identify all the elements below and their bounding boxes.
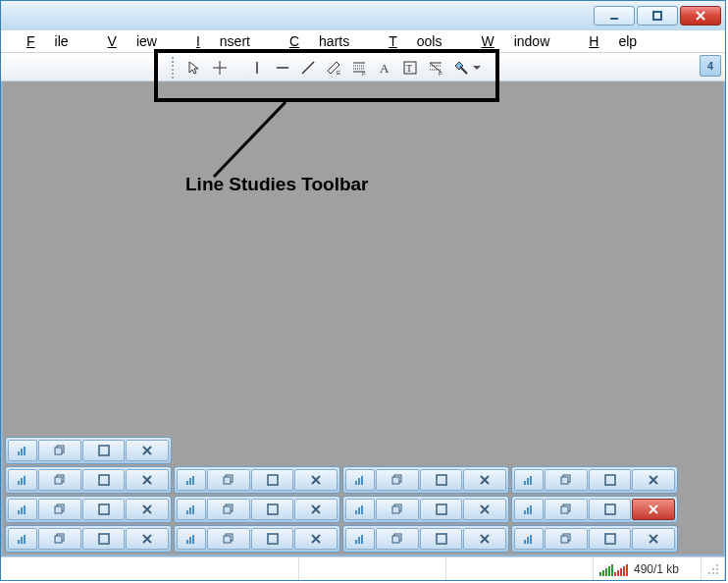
mini-close-button[interactable] [463,528,506,550]
chart-type-icon[interactable] [514,469,544,491]
mini-maximize-button[interactable] [589,499,632,520]
mini-maximize-button[interactable] [82,499,126,520]
mini-restore-button[interactable] [376,528,419,550]
maximize-button[interactable] [637,6,678,26]
svg-rect-28 [24,447,26,455]
menu-charts[interactable]: Charts [270,31,369,51]
mini-close-button[interactable] [126,499,169,520]
cursor-tool[interactable] [183,57,205,79]
delete-dropdown[interactable] [472,57,482,79]
mini-maximize-button[interactable] [251,528,294,550]
menu-file[interactable]: File [7,31,88,51]
chart-type-icon[interactable] [8,499,37,520]
text-label-tool[interactable]: T [399,57,421,79]
mini-close-button[interactable] [294,499,338,520]
menu-help[interactable]: Help [569,31,656,51]
svg-rect-50 [524,481,526,485]
minimized-chart-window[interactable] [174,525,340,553]
mini-close-button[interactable] [294,528,338,550]
svg-text:F: F [439,71,442,76]
mini-restore-button[interactable] [545,499,588,520]
mini-close-button[interactable] [294,469,338,491]
mini-close-button[interactable] [126,528,169,550]
mini-close-button[interactable] [632,528,675,550]
mini-restore-button[interactable] [207,499,250,520]
mini-close-button[interactable] [126,469,169,491]
minimized-chart-window[interactable] [342,466,509,494]
mini-maximize-button[interactable] [589,469,632,491]
mini-restore-button[interactable] [38,440,81,461]
minimized-chart-window[interactable] [5,525,172,553]
mini-restore-button[interactable] [38,469,81,491]
mini-maximize-button[interactable] [420,528,463,550]
mini-close-button[interactable] [632,469,675,491]
mini-maximize-button[interactable] [251,499,294,520]
mini-restore-button[interactable] [545,469,588,491]
equidistant-channel-tool[interactable]: E [323,57,344,79]
minimized-chart-window[interactable] [174,466,340,494]
mini-close-button[interactable] [632,499,675,520]
vertical-line-tool[interactable] [246,57,268,79]
mini-maximize-button[interactable] [420,499,463,520]
mdi-workspace[interactable] [1,81,725,556]
mini-restore-button[interactable] [38,499,81,520]
menu-insert[interactable]: Insert [177,31,270,51]
mini-restore-button[interactable] [207,528,250,550]
chart-type-icon[interactable] [8,469,37,491]
delete-objects-tool[interactable] [450,57,472,79]
notifications-badge[interactable]: 4 [700,55,721,77]
menu-tools[interactable]: Tools [369,31,461,51]
minimized-chart-window[interactable] [342,496,509,523]
text-tool[interactable]: A [374,57,395,79]
mini-restore-button[interactable] [376,499,419,520]
close-button[interactable] [680,6,721,26]
chart-icon [354,474,366,486]
mini-restore-button[interactable] [38,528,81,550]
chart-type-icon[interactable] [8,440,37,461]
chart-type-icon[interactable] [514,528,544,550]
chart-type-icon[interactable] [177,469,206,491]
mini-close-button[interactable] [126,440,169,461]
menu-view[interactable]: View [88,31,177,51]
fibonacci-tool[interactable]: F [348,57,370,79]
minimize-button[interactable] [594,6,635,26]
mini-close-button[interactable] [463,469,506,491]
crosshair-tool[interactable] [209,57,231,79]
minimized-chart-window[interactable] [511,496,678,523]
minimized-chart-window[interactable] [5,496,172,523]
mini-maximize-button[interactable] [82,469,126,491]
trendline-tool[interactable] [297,57,319,79]
minimized-chart-window[interactable] [5,437,172,464]
chart-type-icon[interactable] [177,499,206,520]
minimized-chart-window[interactable] [342,525,509,553]
status-cell-2 [299,557,446,580]
minimized-chart-window[interactable] [511,525,678,553]
mini-maximize-button[interactable] [589,528,632,550]
svg-rect-98 [524,540,526,544]
svg-rect-96 [392,536,399,543]
connection-status[interactable]: 490/1 kb [594,557,702,580]
toolbar-grip[interactable] [172,57,178,79]
chart-type-icon[interactable] [345,469,375,491]
mini-maximize-button[interactable] [420,469,463,491]
mini-restore-button[interactable] [545,528,588,550]
mini-restore-button[interactable] [376,469,419,491]
minimized-chart-window[interactable] [174,496,340,523]
minimized-chart-window[interactable] [5,466,172,494]
chart-type-icon[interactable] [514,499,544,520]
chart-type-icon[interactable] [177,528,206,550]
mini-maximize-button[interactable] [251,469,294,491]
chart-type-icon[interactable] [345,528,375,550]
svg-rect-44 [355,481,357,485]
horizontal-line-tool[interactable] [272,57,293,79]
minimized-chart-window[interactable] [511,466,678,494]
mini-close-button[interactable] [463,499,506,520]
chart-type-icon[interactable] [345,499,375,520]
close-icon [648,474,659,486]
mini-restore-button[interactable] [207,469,250,491]
menu-window[interactable]: Window [461,31,569,51]
mini-maximize-button[interactable] [82,528,126,550]
chart-type-icon[interactable] [8,528,37,550]
mini-maximize-button[interactable] [82,440,126,461]
fibo-fan-tool[interactable]: F [425,57,446,79]
